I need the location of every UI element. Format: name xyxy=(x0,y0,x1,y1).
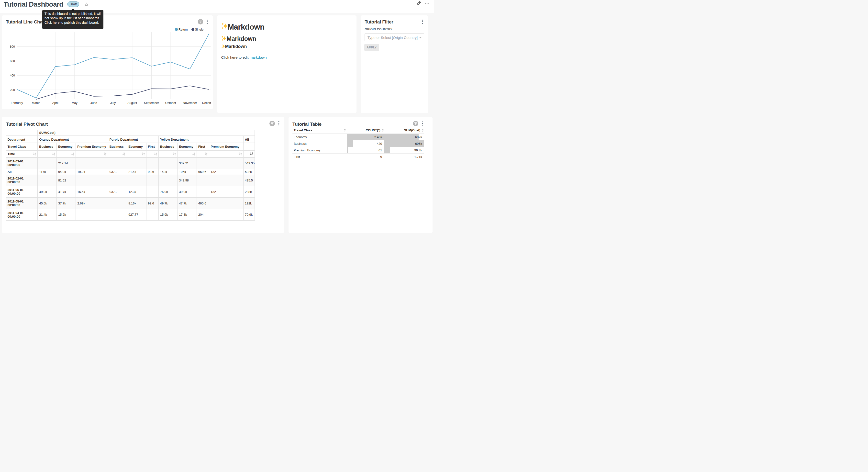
svg-text:600: 600 xyxy=(10,59,15,63)
svg-text:200: 200 xyxy=(10,88,15,91)
svg-text:400: 400 xyxy=(10,73,15,77)
svg-text:Single: Single xyxy=(195,28,204,31)
svg-text:February: February xyxy=(11,101,23,105)
svg-text:Return: Return xyxy=(179,28,188,31)
svg-text:March: March xyxy=(32,101,40,105)
svg-text:October: October xyxy=(165,101,176,105)
svg-text:September: September xyxy=(144,101,159,105)
svg-text:August: August xyxy=(127,101,137,105)
svg-text:July: July xyxy=(110,101,116,105)
svg-text:May: May xyxy=(72,101,78,105)
svg-text:November: November xyxy=(183,101,197,105)
svg-text:December: December xyxy=(202,101,211,105)
svg-text:June: June xyxy=(90,101,97,105)
svg-text:April: April xyxy=(52,101,58,105)
svg-text:800: 800 xyxy=(10,45,15,48)
